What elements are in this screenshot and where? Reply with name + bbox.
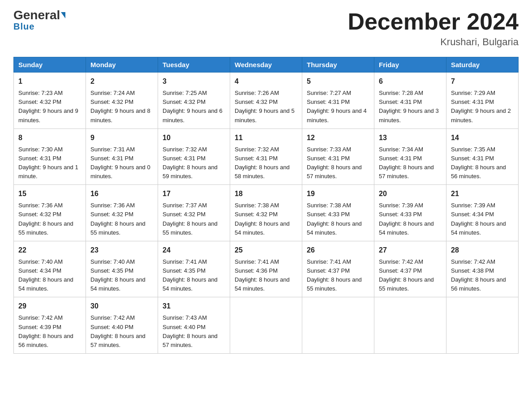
calendar-cell: 18Sunrise: 7:38 AMSunset: 4:32 PMDayligh… [230, 185, 302, 241]
day-number: 8 [18, 133, 81, 143]
calendar-week-2: 8Sunrise: 7:30 AMSunset: 4:31 PMDaylight… [14, 128, 519, 185]
day-number: 18 [235, 188, 297, 199]
day-info: Sunrise: 7:39 AMSunset: 4:34 PMDaylight:… [451, 201, 514, 237]
day-number: 23 [90, 245, 153, 256]
day-number: 5 [307, 76, 369, 87]
day-number: 11 [235, 133, 297, 143]
logo-triangle-icon [61, 12, 65, 18]
day-info: Sunrise: 7:41 AMSunset: 4:37 PMDaylight:… [307, 257, 369, 294]
day-info: Sunrise: 7:35 AMSunset: 4:31 PMDaylight:… [451, 145, 514, 181]
day-number: 1 [18, 76, 81, 87]
calendar-header-row: SundayMondayTuesdayWednesdayThursdayFrid… [14, 57, 519, 73]
day-number: 19 [307, 188, 369, 199]
day-info: Sunrise: 7:38 AMSunset: 4:33 PMDaylight:… [307, 201, 369, 237]
day-number: 31 [163, 301, 225, 312]
calendar-cell: 9Sunrise: 7:31 AMSunset: 4:31 PMDaylight… [86, 128, 158, 185]
page-header: General Blue December 2024 Krushari, Bul… [13, 9, 519, 48]
day-info: Sunrise: 7:40 AMSunset: 4:35 PMDaylight:… [90, 257, 153, 294]
day-info: Sunrise: 7:42 AMSunset: 4:38 PMDaylight:… [451, 257, 514, 294]
header-tuesday: Tuesday [158, 57, 230, 73]
calendar-cell: 4Sunrise: 7:26 AMSunset: 4:32 PMDaylight… [230, 73, 302, 129]
day-info: Sunrise: 7:36 AMSunset: 4:32 PMDaylight:… [18, 201, 81, 237]
header-wednesday: Wednesday [230, 57, 302, 73]
day-number: 4 [235, 76, 297, 87]
calendar-cell: 10Sunrise: 7:32 AMSunset: 4:31 PMDayligh… [158, 128, 230, 185]
day-number: 21 [451, 188, 514, 199]
calendar-cell: 16Sunrise: 7:36 AMSunset: 4:32 PMDayligh… [86, 185, 158, 241]
calendar-cell: 14Sunrise: 7:35 AMSunset: 4:31 PMDayligh… [446, 128, 519, 185]
day-number: 30 [90, 301, 153, 312]
day-info: Sunrise: 7:41 AMSunset: 4:35 PMDaylight:… [163, 257, 225, 294]
calendar-cell: 5Sunrise: 7:27 AMSunset: 4:31 PMDaylight… [302, 73, 374, 129]
calendar-week-5: 29Sunrise: 7:42 AMSunset: 4:39 PMDayligh… [14, 297, 519, 354]
day-info: Sunrise: 7:37 AMSunset: 4:32 PMDaylight:… [163, 201, 225, 237]
calendar-cell: 21Sunrise: 7:39 AMSunset: 4:34 PMDayligh… [446, 185, 519, 241]
header-friday: Friday [374, 57, 446, 73]
day-number: 24 [163, 245, 225, 256]
calendar-cell: 31Sunrise: 7:43 AMSunset: 4:40 PMDayligh… [158, 297, 230, 354]
day-info: Sunrise: 7:41 AMSunset: 4:36 PMDaylight:… [235, 257, 297, 294]
calendar-cell: 28Sunrise: 7:42 AMSunset: 4:38 PMDayligh… [446, 241, 519, 297]
calendar-cell: 12Sunrise: 7:33 AMSunset: 4:31 PMDayligh… [302, 128, 374, 185]
day-info: Sunrise: 7:24 AMSunset: 4:32 PMDaylight:… [90, 89, 153, 125]
day-number: 14 [451, 133, 514, 143]
calendar-table: SundayMondayTuesdayWednesdayThursdayFrid… [13, 57, 519, 354]
day-info: Sunrise: 7:31 AMSunset: 4:31 PMDaylight:… [90, 145, 153, 181]
calendar-cell: 11Sunrise: 7:32 AMSunset: 4:31 PMDayligh… [230, 128, 302, 185]
calendar-cell [230, 297, 302, 354]
calendar-cell: 19Sunrise: 7:38 AMSunset: 4:33 PMDayligh… [302, 185, 374, 241]
day-info: Sunrise: 7:25 AMSunset: 4:32 PMDaylight:… [163, 89, 225, 125]
day-number: 13 [379, 133, 442, 143]
day-number: 29 [18, 301, 81, 312]
calendar-cell: 15Sunrise: 7:36 AMSunset: 4:32 PMDayligh… [14, 185, 86, 241]
day-info: Sunrise: 7:39 AMSunset: 4:33 PMDaylight:… [379, 201, 442, 237]
header-thursday: Thursday [302, 57, 374, 73]
calendar-cell: 7Sunrise: 7:29 AMSunset: 4:31 PMDaylight… [446, 73, 519, 129]
day-number: 25 [235, 245, 297, 256]
calendar-cell: 22Sunrise: 7:40 AMSunset: 4:34 PMDayligh… [14, 241, 86, 297]
day-info: Sunrise: 7:28 AMSunset: 4:31 PMDaylight:… [379, 89, 442, 125]
logo-line1: General [13, 9, 65, 21]
logo: General Blue [13, 9, 65, 32]
location: Krushari, Bulgaria [348, 36, 519, 48]
month-title: December 2024 [348, 9, 519, 34]
day-number: 26 [307, 245, 369, 256]
day-info: Sunrise: 7:27 AMSunset: 4:31 PMDaylight:… [307, 89, 369, 125]
day-info: Sunrise: 7:34 AMSunset: 4:31 PMDaylight:… [379, 145, 442, 181]
day-number: 15 [18, 188, 81, 199]
calendar-cell: 20Sunrise: 7:39 AMSunset: 4:33 PMDayligh… [374, 185, 446, 241]
day-number: 6 [379, 76, 442, 87]
day-info: Sunrise: 7:33 AMSunset: 4:31 PMDaylight:… [307, 145, 369, 181]
calendar-cell: 26Sunrise: 7:41 AMSunset: 4:37 PMDayligh… [302, 241, 374, 297]
day-info: Sunrise: 7:42 AMSunset: 4:39 PMDaylight:… [18, 313, 81, 350]
calendar-cell: 3Sunrise: 7:25 AMSunset: 4:32 PMDaylight… [158, 73, 230, 129]
day-number: 20 [379, 188, 442, 199]
day-info: Sunrise: 7:32 AMSunset: 4:31 PMDaylight:… [235, 145, 297, 181]
calendar-cell: 13Sunrise: 7:34 AMSunset: 4:31 PMDayligh… [374, 128, 446, 185]
calendar-cell: 8Sunrise: 7:30 AMSunset: 4:31 PMDaylight… [14, 128, 86, 185]
day-number: 16 [90, 188, 153, 199]
day-info: Sunrise: 7:42 AMSunset: 4:37 PMDaylight:… [379, 257, 442, 294]
day-info: Sunrise: 7:29 AMSunset: 4:31 PMDaylight:… [451, 89, 514, 125]
title-area: December 2024 Krushari, Bulgaria [348, 9, 519, 48]
header-sunday: Sunday [14, 57, 86, 73]
calendar-cell: 6Sunrise: 7:28 AMSunset: 4:31 PMDaylight… [374, 73, 446, 129]
day-number: 17 [163, 188, 225, 199]
day-number: 9 [90, 133, 153, 143]
calendar-cell: 30Sunrise: 7:42 AMSunset: 4:40 PMDayligh… [86, 297, 158, 354]
calendar-cell: 23Sunrise: 7:40 AMSunset: 4:35 PMDayligh… [86, 241, 158, 297]
day-number: 28 [451, 245, 514, 256]
day-info: Sunrise: 7:32 AMSunset: 4:31 PMDaylight:… [163, 145, 225, 181]
day-number: 2 [90, 76, 153, 87]
calendar-cell: 1Sunrise: 7:23 AMSunset: 4:32 PMDaylight… [14, 73, 86, 129]
calendar-cell [446, 297, 519, 354]
calendar-cell: 24Sunrise: 7:41 AMSunset: 4:35 PMDayligh… [158, 241, 230, 297]
header-saturday: Saturday [446, 57, 519, 73]
calendar-cell: 29Sunrise: 7:42 AMSunset: 4:39 PMDayligh… [14, 297, 86, 354]
header-monday: Monday [86, 57, 158, 73]
day-number: 7 [451, 76, 514, 87]
day-number: 27 [379, 245, 442, 256]
day-info: Sunrise: 7:43 AMSunset: 4:40 PMDaylight:… [163, 313, 225, 350]
day-info: Sunrise: 7:23 AMSunset: 4:32 PMDaylight:… [18, 89, 81, 125]
day-info: Sunrise: 7:42 AMSunset: 4:40 PMDaylight:… [90, 313, 153, 350]
